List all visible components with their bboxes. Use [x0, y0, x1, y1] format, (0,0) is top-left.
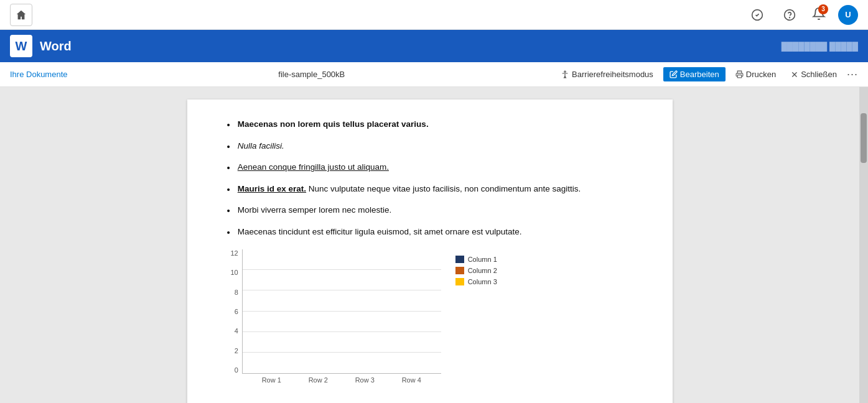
- accessibility-label: Barrierefreiheitsmodus: [572, 70, 653, 79]
- legend-color-col1: [455, 256, 464, 263]
- x-label-row1: Row 1: [262, 376, 281, 384]
- check-status-button[interactable]: [747, 5, 767, 25]
- home-icon: [16, 9, 27, 21]
- document-scroll-area[interactable]: Maecenas non lorem quis tellus placerat …: [0, 87, 859, 403]
- list-item: Maecenas non lorem quis tellus placerat …: [225, 118, 635, 132]
- bullet-text-normal-2: Maecenas tincidunt est efficitur ligula …: [238, 226, 522, 238]
- question-icon: [783, 9, 796, 21]
- legend-color-col3: [455, 278, 464, 285]
- chart-container: 12 10 8 6 4 2 0: [231, 249, 467, 384]
- print-icon: [735, 70, 744, 78]
- your-documents-link[interactable]: Ihre Dokumente: [10, 70, 68, 79]
- legend-label-col1: Column 1: [468, 256, 497, 263]
- user-avatar[interactable]: U: [838, 5, 858, 25]
- edit-icon: [670, 70, 678, 78]
- main-content-area: Maecenas non lorem quis tellus placerat …: [0, 87, 868, 403]
- more-options-button[interactable]: ···: [847, 68, 858, 81]
- y-label-2: 2: [235, 347, 238, 354]
- y-label-10: 10: [231, 269, 238, 276]
- notification-button[interactable]: 3: [812, 7, 826, 23]
- top-bar: 3 U: [0, 0, 868, 30]
- file-name-label: file-sample_500kB: [75, 70, 549, 79]
- y-label-8: 8: [235, 289, 238, 296]
- print-button[interactable]: Drucken: [730, 67, 781, 81]
- bullet-rest-text: Nunc vulputate neque vitae justo facilis…: [309, 184, 581, 193]
- word-bar-user: ████████ █████: [782, 42, 858, 51]
- accessibility-button[interactable]: Barrierefreiheitsmodus: [556, 67, 658, 81]
- close-icon: ✕: [791, 70, 798, 80]
- document-toolbar: Ihre Dokumente file-sample_500kB Barrier…: [0, 62, 868, 87]
- legend-color-col2: [455, 267, 464, 274]
- list-item: Morbi viverra semper lorem nec molestie.: [225, 204, 635, 218]
- bullet-text-bold: Maecenas non lorem quis tellus placerat …: [238, 118, 429, 131]
- vertical-scrollbar[interactable]: [859, 87, 868, 403]
- doc-toolbar-actions: Barrierefreiheitsmodus Bearbeiten Drucke…: [556, 67, 858, 82]
- x-label-row4: Row 4: [402, 376, 421, 384]
- word-app-title: Word: [40, 39, 72, 53]
- y-label-4: 4: [235, 327, 238, 335]
- list-item: Mauris id ex erat. Nunc vulputate neque …: [225, 183, 635, 197]
- close-button[interactable]: ✕ Schließen: [786, 67, 842, 82]
- print-label: Drucken: [746, 70, 776, 79]
- scrollbar-thumb[interactable]: [861, 113, 867, 163]
- edit-button[interactable]: Bearbeiten: [663, 67, 726, 81]
- legend-col1: Column 1: [455, 256, 497, 263]
- svg-point-2: [790, 17, 790, 17]
- close-label: Schließen: [801, 70, 837, 79]
- legend-col3: Column 3: [455, 278, 497, 285]
- legend-label-col3: Column 3: [468, 278, 497, 285]
- document-page: Maecenas non lorem quis tellus placerat …: [187, 100, 673, 403]
- svg-rect-3: [737, 75, 742, 78]
- y-label-12: 12: [231, 249, 238, 257]
- edit-label: Bearbeiten: [680, 70, 719, 79]
- notification-count: 3: [818, 4, 828, 14]
- x-label-row2: Row 2: [309, 376, 328, 384]
- chart-legend: Column 1 Column 2 Column 3: [455, 256, 497, 285]
- chart-x-labels: Row 1 Row 2 Row 3 Row 4: [242, 374, 441, 384]
- home-button[interactable]: [10, 4, 32, 26]
- word-app-icon: W: [10, 35, 32, 57]
- help-button[interactable]: [780, 5, 800, 25]
- chart-bars: [243, 249, 441, 373]
- chart-y-axis: 12 10 8 6 4 2 0: [231, 249, 242, 374]
- bullet-text-italic: Nulla facilisi.: [238, 140, 284, 152]
- accessibility-icon: [561, 70, 569, 79]
- y-label-6: 6: [235, 308, 238, 315]
- bullet-list: Maecenas non lorem quis tellus placerat …: [225, 118, 635, 239]
- bullet-text-underline: Aenean conque fringilla justo ut aliquam…: [238, 161, 389, 174]
- top-bar-left: [10, 4, 32, 26]
- chart-plot-area: [242, 249, 441, 374]
- y-label-0: 0: [235, 366, 238, 374]
- checkmark-icon: [751, 9, 763, 21]
- list-item: Nulla facilisi.: [225, 140, 635, 154]
- top-bar-right: 3 U: [747, 5, 858, 25]
- list-item: Maecenas tincidunt est efficitur ligula …: [225, 226, 635, 240]
- legend-label-col2: Column 2: [468, 267, 497, 274]
- legend-col2: Column 2: [455, 267, 497, 274]
- list-item: Aenean conque fringilla justo ut aliquam…: [225, 161, 635, 175]
- bullet-text-normal: Morbi viverra semper lorem nec molestie.: [238, 204, 392, 216]
- bullet-prefix-underline: Mauris id ex erat.: [238, 184, 306, 193]
- x-label-row3: Row 3: [355, 376, 375, 384]
- word-title-bar: W Word ████████ █████: [0, 30, 868, 62]
- bullet-text-mixed: Mauris id ex erat. Nunc vulputate neque …: [238, 183, 581, 195]
